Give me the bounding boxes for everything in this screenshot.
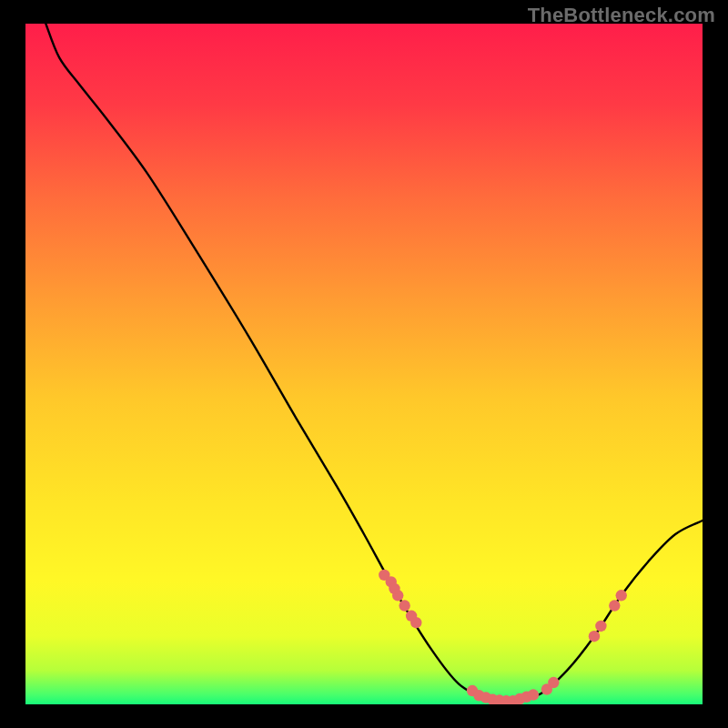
watermark-label: TheBottleneck.com (528, 4, 715, 27)
data-marker (410, 617, 421, 628)
data-marker (528, 689, 539, 700)
chart-svg (25, 24, 703, 704)
chart-plot (25, 24, 703, 704)
data-marker (589, 631, 600, 642)
chart-frame: TheBottleneck.com (0, 0, 728, 728)
data-marker (399, 600, 410, 611)
gradient-background (25, 24, 703, 704)
data-marker (595, 621, 606, 632)
data-marker (389, 583, 399, 594)
data-marker (616, 590, 627, 601)
data-marker (609, 600, 620, 611)
data-marker (548, 677, 559, 688)
